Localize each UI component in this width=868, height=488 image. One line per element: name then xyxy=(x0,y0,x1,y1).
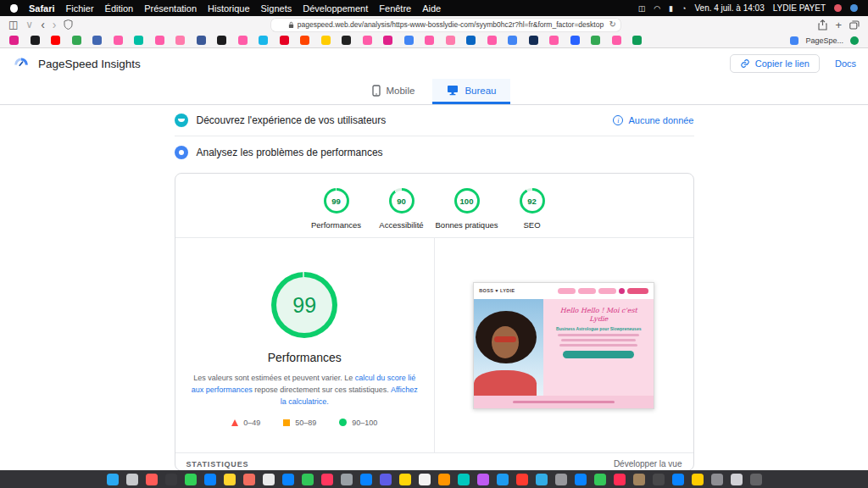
dock-app-icon[interactable] xyxy=(555,474,567,485)
dock-app-icon[interactable] xyxy=(126,474,138,485)
favorite-site-icon[interactable] xyxy=(175,36,185,45)
dock-app-icon[interactable] xyxy=(672,474,684,485)
favorite-site-icon[interactable] xyxy=(632,36,642,45)
dock-app-icon[interactable] xyxy=(692,474,704,485)
dock-app-icon[interactable] xyxy=(107,474,119,485)
favorite-site-icon[interactable] xyxy=(404,36,414,45)
favorite-site-icon[interactable] xyxy=(508,36,517,45)
dock-app-icon[interactable] xyxy=(263,474,275,485)
menubar-app-name[interactable]: Safari xyxy=(29,3,55,14)
sidebar-icon[interactable]: ◫ xyxy=(8,19,18,30)
docs-link[interactable]: Docs xyxy=(835,58,856,69)
reload-icon[interactable]: ↻ xyxy=(609,19,616,29)
wifi-icon[interactable]: ◠ xyxy=(654,4,660,13)
favorite-site-icon[interactable] xyxy=(321,36,331,45)
display-icon[interactable]: ◫ xyxy=(638,4,646,13)
apple-menu-icon[interactable] xyxy=(10,4,18,13)
dock-app-icon[interactable] xyxy=(750,474,762,485)
back-icon[interactable]: ‹ xyxy=(41,19,45,30)
dock-app-icon[interactable] xyxy=(633,474,645,485)
new-tab-icon[interactable]: + xyxy=(835,19,842,30)
dock-app-icon[interactable] xyxy=(497,474,509,485)
favorite-site-icon[interactable] xyxy=(383,36,392,45)
tab-desktop[interactable]: Bureau xyxy=(432,79,510,104)
dock-app-icon[interactable] xyxy=(653,474,665,485)
menubar-item[interactable]: Fenêtre xyxy=(379,3,411,14)
menubar-clock[interactable]: Ven. 4 juil. à 14:03 xyxy=(694,3,764,13)
favorite-site-icon[interactable] xyxy=(238,36,248,45)
favorite-site-icon[interactable] xyxy=(197,36,206,45)
favorite-site-icon[interactable] xyxy=(31,36,40,45)
favorite-site-icon[interactable] xyxy=(155,36,164,45)
menubar-item[interactable]: Développement xyxy=(303,3,368,14)
dock-app-icon[interactable] xyxy=(516,474,528,485)
dock-app-icon[interactable] xyxy=(185,474,197,485)
favorite-site-icon[interactable] xyxy=(114,36,123,45)
favorite-site-icon[interactable] xyxy=(612,36,621,45)
address-bar[interactable]: pagespeed.web.dev/analysis/https-www-bos… xyxy=(271,19,620,31)
favorite-site-icon[interactable] xyxy=(342,36,351,45)
dock-app-icon[interactable] xyxy=(594,474,606,485)
dock-app-icon[interactable] xyxy=(360,474,372,485)
dock-app-icon[interactable] xyxy=(575,474,587,485)
favorite-site-icon[interactable] xyxy=(446,36,455,45)
favorite-site-icon[interactable] xyxy=(134,36,143,45)
dock-app-icon[interactable] xyxy=(711,474,723,485)
category-score[interactable]: 100 Bonnes pratiques xyxy=(434,188,499,230)
category-score[interactable]: 92 SEO xyxy=(499,188,565,230)
dock-app-icon[interactable] xyxy=(536,474,548,485)
favorite-site-icon[interactable] xyxy=(425,36,434,45)
dock-app-icon[interactable] xyxy=(321,474,333,485)
favorite-site-icon[interactable] xyxy=(529,36,538,45)
menubar-user[interactable]: LYDIE PAYET xyxy=(773,3,826,13)
menubar-item[interactable]: Signets xyxy=(261,3,292,14)
menubar-item[interactable]: Présentation xyxy=(144,3,197,14)
favorite-site-icon[interactable] xyxy=(363,36,372,45)
favorite-site-icon[interactable] xyxy=(72,36,81,45)
dock-app-icon[interactable] xyxy=(380,474,392,485)
dock-app-icon[interactable] xyxy=(477,474,489,485)
dock-app-icon[interactable] xyxy=(204,474,216,485)
dock-app-icon[interactable] xyxy=(243,474,255,485)
favorites-overflow-label[interactable]: PageSpe... xyxy=(805,36,843,45)
favorite-site-icon[interactable] xyxy=(549,36,559,45)
page-screenshot-thumbnail[interactable]: BOSS ♥ LYDIE xyxy=(473,282,654,409)
google-favicon[interactable] xyxy=(850,36,859,45)
favorite-site-icon[interactable] xyxy=(466,36,476,45)
menubar-item[interactable]: Édition xyxy=(105,3,134,14)
no-data-link[interactable]: i Aucune donnée xyxy=(613,115,693,125)
dock-app-icon[interactable] xyxy=(282,474,294,485)
menubar-item[interactable]: Aide xyxy=(422,3,441,14)
favorite-site-icon[interactable] xyxy=(217,36,226,45)
menubar-item[interactable]: Fichier xyxy=(66,3,94,14)
chevron-down-icon[interactable]: ∨ xyxy=(25,19,33,30)
tab-overview-icon[interactable] xyxy=(849,20,860,30)
dock-app-icon[interactable] xyxy=(614,474,626,485)
expand-view-button[interactable]: Développer la vue xyxy=(614,459,682,469)
dock-app-icon[interactable] xyxy=(146,474,158,485)
favorite-site-icon[interactable] xyxy=(487,36,497,45)
category-score[interactable]: 99 Performances xyxy=(303,188,369,230)
spotlight-icon[interactable] xyxy=(850,4,858,12)
pagespeed-logo-icon[interactable] xyxy=(12,54,31,73)
performance-gauge[interactable]: 99 xyxy=(271,272,337,338)
favorite-site-icon[interactable] xyxy=(92,36,102,45)
dock-app-icon[interactable] xyxy=(341,474,353,485)
forward-icon[interactable]: › xyxy=(53,19,57,30)
favorite-site-icon[interactable] xyxy=(300,36,309,45)
favorite-site-icon[interactable] xyxy=(570,36,580,45)
dock-app-icon[interactable] xyxy=(438,474,450,485)
dock-app-icon[interactable] xyxy=(302,474,314,485)
dock-app-icon[interactable] xyxy=(419,474,431,485)
copy-link-button[interactable]: Copier le lien xyxy=(730,54,820,73)
category-score[interactable]: 90 Accessibilité xyxy=(369,188,434,230)
favorite-site-icon[interactable] xyxy=(591,36,600,45)
favorite-site-icon[interactable] xyxy=(9,36,19,45)
dock-app-icon[interactable] xyxy=(458,474,470,485)
share-icon[interactable] xyxy=(818,19,827,30)
tab-mobile[interactable]: Mobile xyxy=(358,79,430,104)
favorite-site-icon[interactable] xyxy=(259,36,268,45)
user-switch-icon[interactable] xyxy=(834,4,842,12)
dock-app-icon[interactable] xyxy=(731,474,743,485)
favorite-site-icon[interactable] xyxy=(280,36,289,45)
